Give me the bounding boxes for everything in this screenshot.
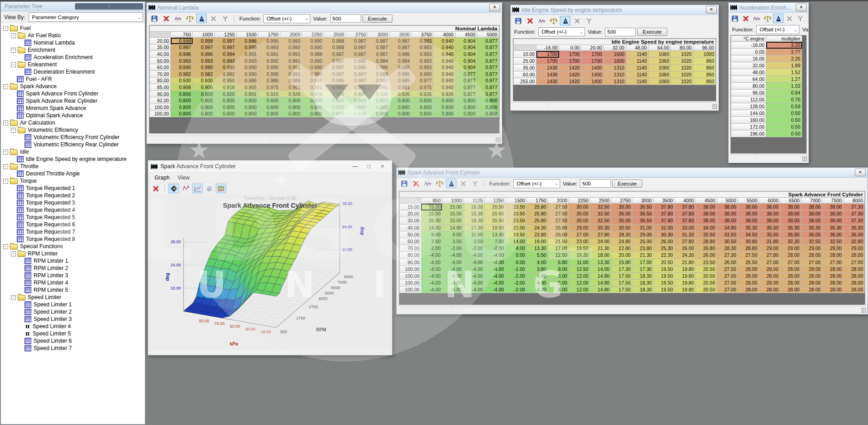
map-cell[interactable]: 26.00 bbox=[548, 231, 569, 238]
map-cell[interactable]: 0.987 bbox=[324, 64, 346, 71]
tree-expander-icon[interactable]: - bbox=[3, 120, 8, 125]
map-cell[interactable]: 0.926 bbox=[390, 90, 412, 97]
map-cell[interactable]: 0.00 bbox=[506, 259, 526, 265]
map-cell[interactable]: 29.00 bbox=[843, 245, 865, 252]
map-cell[interactable]: 0.986 bbox=[390, 51, 412, 58]
map-cell[interactable]: 0.982 bbox=[193, 70, 214, 77]
delete-icon[interactable] bbox=[411, 179, 421, 188]
map-cell[interactable]: 14.80 bbox=[590, 272, 611, 279]
compare-scale-icon[interactable] bbox=[762, 14, 773, 23]
map-cell[interactable]: 38.00 bbox=[801, 217, 822, 224]
map-cell[interactable]: 20.50 bbox=[695, 265, 716, 272]
col-header[interactable]: 64.00 bbox=[648, 45, 670, 51]
map-cell[interactable]: 0.990 bbox=[171, 64, 193, 71]
map-cell[interactable]: 35.00 bbox=[611, 210, 632, 217]
map-cell[interactable]: 0.988 bbox=[324, 38, 346, 45]
map-cell[interactable]: 35.30 bbox=[801, 224, 822, 231]
map-cell[interactable]: 0.800 bbox=[455, 104, 477, 110]
value-input[interactable] bbox=[330, 14, 361, 23]
close-icon[interactable]: × bbox=[855, 169, 866, 176]
col-header[interactable]: 3000 bbox=[632, 198, 653, 204]
map-cell[interactable]: 14.80 bbox=[421, 224, 442, 231]
map-cell[interactable]: 0.915 bbox=[258, 90, 280, 97]
map-cell[interactable]: 18.30 bbox=[632, 280, 653, 286]
map-cell[interactable]: 28.00 bbox=[780, 252, 801, 259]
map-cell[interactable]: 30.00 bbox=[569, 210, 590, 217]
map-cell[interactable]: 15.00 bbox=[421, 204, 442, 210]
map-cell[interactable]: 0.800 bbox=[367, 110, 389, 117]
tree-expander-icon[interactable]: - bbox=[3, 150, 8, 155]
map-cell[interactable]: 25.30 bbox=[653, 245, 674, 252]
map-cell[interactable]: -4.00 bbox=[421, 259, 442, 265]
map-cell[interactable]: 34.50 bbox=[738, 231, 759, 238]
map-cell[interactable]: 1310 bbox=[604, 65, 626, 71]
map-cell[interactable]: 28.30 bbox=[611, 231, 632, 238]
map-cell[interactable]: 38.00 bbox=[717, 204, 738, 210]
map-cell[interactable]: -4.00 bbox=[442, 272, 463, 279]
map-cell[interactable]: 0.987 bbox=[390, 44, 412, 51]
map-cell[interactable]: 0.986 bbox=[302, 77, 324, 84]
map-cell[interactable]: 0.800 bbox=[236, 97, 258, 104]
row-header[interactable]: 80.00 bbox=[150, 77, 171, 84]
map-cell[interactable]: 0.877 bbox=[477, 70, 499, 77]
row-header[interactable]: 128.00 bbox=[731, 103, 766, 110]
map-cell[interactable]: 0.998 bbox=[171, 38, 193, 45]
map-cell[interactable]: 1700 bbox=[536, 51, 559, 58]
map-cell[interactable]: 0.800 bbox=[258, 104, 280, 110]
map-cell[interactable]: 0.800 bbox=[412, 104, 433, 110]
map-cell[interactable]: 18.00 bbox=[590, 252, 611, 259]
map-cell[interactable]: 25.00 bbox=[632, 238, 653, 245]
map-cell[interactable]: 0.825 bbox=[214, 90, 236, 97]
map-cell[interactable]: 38.00 bbox=[717, 217, 738, 224]
map-cell[interactable]: 23.00 bbox=[569, 238, 590, 245]
map-cell[interactable]: 1060 bbox=[648, 51, 670, 58]
tree-item[interactable]: Volumetric Efficiency Rear Cylinder bbox=[1, 141, 144, 148]
map-cell[interactable]: 0.980 bbox=[412, 70, 433, 77]
window-titlebar[interactable]: Spark Advance Front Cylinder — □ × bbox=[148, 160, 392, 173]
map-cell[interactable]: -4.00 bbox=[442, 252, 463, 259]
tree-item[interactable]: -Air Fuel Ratio bbox=[1, 32, 144, 39]
map-cell[interactable]: 28.30 bbox=[717, 245, 738, 252]
close-icon[interactable]: × bbox=[796, 4, 807, 11]
map-cell[interactable]: 0.930 bbox=[171, 77, 193, 84]
map-cell[interactable]: 0.800 bbox=[193, 97, 214, 104]
map-cell[interactable]: 0.987 bbox=[346, 51, 367, 58]
tree-item[interactable]: RPM Limiter 3 bbox=[1, 272, 144, 279]
map-cell[interactable]: 17.00 bbox=[632, 259, 653, 265]
row-header[interactable]: 50.00 bbox=[150, 57, 171, 64]
map-cell[interactable]: 27.00 bbox=[822, 259, 843, 265]
compare-scale-icon[interactable] bbox=[434, 179, 445, 188]
trace-line-icon[interactable] bbox=[180, 184, 191, 193]
tree-expander-icon[interactable]: - bbox=[11, 33, 16, 38]
row-header[interactable]: 64.00 bbox=[731, 76, 766, 83]
map-cell[interactable]: 21.50 bbox=[548, 238, 569, 245]
tree-expander-icon[interactable]: - bbox=[11, 295, 16, 300]
row-header[interactable]: 40.00 bbox=[400, 224, 422, 231]
map-cell[interactable]: 0.996 bbox=[236, 38, 258, 45]
map-cell[interactable]: 18.30 bbox=[463, 210, 484, 217]
col-header[interactable]: 96.00 bbox=[693, 45, 715, 51]
map-cell[interactable]: 0.877 bbox=[477, 44, 499, 51]
row-header[interactable]: 90.00 bbox=[400, 259, 422, 265]
map-cell[interactable]: 0.940 bbox=[433, 77, 455, 84]
map-cell[interactable]: 0.926 bbox=[412, 90, 433, 97]
window-titlebar[interactable]: Idle Engine Speed by engine temperature … bbox=[511, 5, 719, 15]
map-cell[interactable]: 35.00 bbox=[759, 231, 780, 238]
row-header[interactable]: 80.00 bbox=[731, 83, 766, 90]
map-cell[interactable]: 25.80 bbox=[526, 204, 547, 210]
map-cell[interactable]: 1140 bbox=[626, 71, 648, 78]
map-cell[interactable]: 37.80 bbox=[675, 204, 695, 210]
tree-item[interactable]: Acceleration Enrichment bbox=[1, 54, 144, 61]
map-cell[interactable]: 28.00 bbox=[843, 280, 865, 286]
map-cell[interactable]: 23.50 bbox=[506, 210, 526, 217]
map-cell[interactable]: -4.00 bbox=[463, 280, 484, 286]
map-cell[interactable]: 1060 bbox=[648, 71, 670, 78]
clear-icon[interactable] bbox=[208, 14, 218, 23]
map-cell[interactable]: 0.877 bbox=[455, 70, 477, 77]
map-cell[interactable]: 0.991 bbox=[280, 57, 302, 64]
map-cell[interactable]: 28.00 bbox=[801, 286, 822, 293]
tree-item[interactable]: -RPM Limiter bbox=[1, 250, 144, 257]
map-cell[interactable]: 18.30 bbox=[632, 286, 653, 293]
tree-item[interactable]: Speed Limiter 1 bbox=[1, 301, 144, 308]
row-header[interactable]: 20.00 bbox=[150, 38, 171, 45]
